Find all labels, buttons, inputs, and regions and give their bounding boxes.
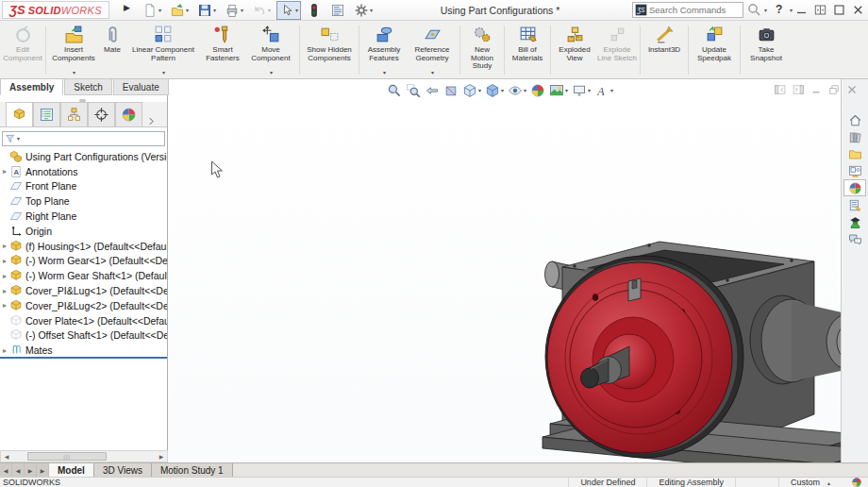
search-input[interactable] (649, 5, 743, 15)
dropdown-caret[interactable]: ▾ (268, 8, 271, 13)
tree-item[interactable]: ▸Cover_PI&Lug<1> (Default<<Default (0, 283, 167, 298)
expand-arrow-icon[interactable]: ▸ (0, 242, 9, 250)
select-cursor-button[interactable]: ▾ (276, 1, 301, 20)
view-palette-button[interactable] (843, 162, 866, 179)
expand-arrow-icon[interactable]: ▸ (0, 287, 9, 295)
zoom-to-fit-button[interactable] (387, 83, 402, 98)
tree-item[interactable]: ▸(f) Housing<1> (Default<<Default>_I (0, 239, 167, 254)
dropdown-caret[interactable]: ▾ (383, 70, 386, 76)
tab-evaluate[interactable]: Evaluate (113, 79, 169, 95)
close-window-button[interactable] (851, 3, 865, 17)
custom-properties-button[interactable] (843, 196, 866, 213)
prev-tab-button[interactable]: ◀ (12, 463, 25, 477)
minimize-window-button[interactable] (794, 3, 809, 17)
restore-document-button[interactable] (827, 83, 841, 96)
file-explorer-button[interactable] (843, 145, 866, 162)
options-button[interactable]: ▾ (351, 1, 376, 20)
collapse-pane-right-button[interactable] (792, 83, 805, 96)
dropdown-caret[interactable]: ▾ (159, 8, 161, 13)
dropdown-caret[interactable]: ▾ (73, 70, 75, 76)
tree-item[interactable]: (-) Offset Shaft<1> (Default<<Defaul (0, 328, 167, 344)
scroll-left-arrow[interactable]: ◀ (1, 451, 12, 462)
view-settings-button[interactable]: ▾ (572, 83, 591, 98)
edit-component-button[interactable]: Edit Component (2, 22, 43, 78)
tree-item[interactable]: ▸Cover_PI&Lug<2> (Default<<Default (0, 298, 167, 313)
bottom-tab-3d-views[interactable]: 3D Views (94, 463, 152, 477)
panel-tab-featuremanager[interactable] (6, 102, 33, 126)
panel-splitter-handle[interactable] (79, 99, 86, 102)
model-red-cover[interactable] (545, 256, 743, 458)
previous-view-button[interactable] (425, 83, 440, 98)
zoom-to-area-button[interactable] (406, 83, 421, 98)
mate-button[interactable]: Mate (99, 22, 125, 78)
tab-sketch[interactable]: Sketch (64, 79, 112, 95)
bottom-tab-motion-study-1[interactable]: Motion Study 1 (152, 463, 233, 477)
view-orientation-button[interactable]: ▾ (462, 83, 481, 98)
maximize-window-button[interactable] (832, 3, 846, 17)
reference-geometry-button[interactable]: Reference Geometry▾ (407, 22, 458, 78)
panel-tab-configurationmanager[interactable] (60, 102, 88, 126)
edit-appearance-button[interactable] (530, 83, 545, 98)
tree-item[interactable]: ▸(-) Worm Gear<1> (Default<<Default (0, 254, 167, 269)
help-dropdown-caret[interactable]: ▾ (790, 8, 793, 13)
undo-button[interactable]: ▾ (249, 1, 274, 20)
apply-scene-button[interactable]: ▾ (549, 83, 568, 98)
dropdown-caret[interactable]: ▾ (501, 88, 504, 93)
assembly-features-button[interactable]: Assembly Features▾ (361, 22, 407, 78)
scroll-right-arrow[interactable]: ▶ (156, 451, 167, 462)
graphics-viewport[interactable]: ▾▾▾▾▾A▾ (168, 79, 841, 462)
move-component-button[interactable]: Move Component▾ (244, 22, 297, 78)
dropdown-caret[interactable]: ▾ (162, 70, 165, 76)
dropdown-caret[interactable]: ▾ (478, 88, 481, 93)
panel-tab-dimxpertmanager[interactable] (88, 102, 115, 126)
instant3d-button[interactable]: Instant3D (643, 22, 686, 78)
dropdown-caret[interactable]: ▾ (610, 88, 613, 93)
tree-splitter-bar[interactable] (0, 357, 167, 359)
expand-arrow-icon[interactable]: ▸ (0, 346, 9, 355)
smart-fasteners-button[interactable]: Smart Fasteners (201, 22, 244, 78)
new-document-button[interactable]: ▾ (140, 1, 164, 20)
search-dropdown-caret[interactable]: ▾ (764, 8, 767, 13)
tree-item[interactable]: Right Plane (0, 209, 167, 224)
tree-item[interactable]: ▸(-) Worm Gear Shaft<1> (Default<<D (0, 268, 167, 283)
tree-item[interactable]: ▸Mates (0, 343, 167, 358)
dropdown-caret[interactable]: ▾ (295, 8, 298, 13)
comments-button[interactable] (843, 230, 866, 247)
model-key-tab[interactable] (628, 278, 641, 301)
annotation-views-button[interactable]: A▾ (594, 83, 613, 98)
model-worm-gearbox-assembly[interactable] (539, 226, 841, 462)
search-icon[interactable] (747, 3, 761, 17)
restore-window-button[interactable] (813, 3, 827, 17)
expand-arrow-icon[interactable]: ▸ (0, 272, 9, 280)
expand-arrow-icon[interactable]: ▸ (0, 301, 9, 310)
tree-item[interactable]: Origin (0, 224, 167, 239)
dropdown-caret[interactable]: ▾ (524, 88, 526, 93)
dropdown-caret[interactable]: ▾ (270, 70, 273, 76)
print-button[interactable]: ▾ (222, 1, 246, 20)
save-button[interactable]: ▾ (194, 1, 219, 20)
insert-components-button[interactable]: Insert Components▾ (48, 22, 99, 78)
help-button[interactable]: ? (776, 3, 782, 16)
display-style-button[interactable]: ▾ (485, 83, 504, 98)
menu-expand-icon[interactable]: ▶ (124, 3, 130, 12)
close-document-button[interactable] (845, 83, 859, 96)
panel-tabs-overflow-button[interactable] (142, 116, 159, 126)
dropdown-caret[interactable]: ▾ (186, 8, 189, 13)
first-tab-button[interactable]: ◀ (0, 463, 12, 477)
section-view-button[interactable] (443, 83, 459, 98)
expand-arrow-icon[interactable]: ▸ (0, 257, 9, 265)
filter-dropdown-caret[interactable]: ▾ (17, 136, 20, 142)
panel-horizontal-scrollbar[interactable]: ◀ ||| ▶ (0, 450, 168, 462)
dropdown-caret[interactable]: ▾ (213, 8, 216, 13)
model-right-boss[interactable] (750, 295, 841, 384)
file-properties-button[interactable] (327, 1, 348, 20)
explode-line-sketch-button[interactable]: Explode Line Sketch (596, 22, 638, 78)
last-tab-button[interactable]: ▶ (37, 463, 49, 477)
take-snapshot-button[interactable]: Take Snapshot (743, 22, 790, 78)
tree-item[interactable]: ▸AAnnotations (0, 164, 167, 179)
tree-item[interactable]: Cover Plate<1> (Default<<Default>_I (0, 313, 167, 328)
hide-show-items-button[interactable]: ▾ (508, 83, 526, 98)
scrollbar-thumb[interactable]: ||| (27, 452, 107, 461)
bill-of-materials-button[interactable]: Bill of Materials (507, 22, 548, 78)
tree-item-root[interactable]: Using Part Configurations (Version 2<Dis (0, 149, 167, 164)
